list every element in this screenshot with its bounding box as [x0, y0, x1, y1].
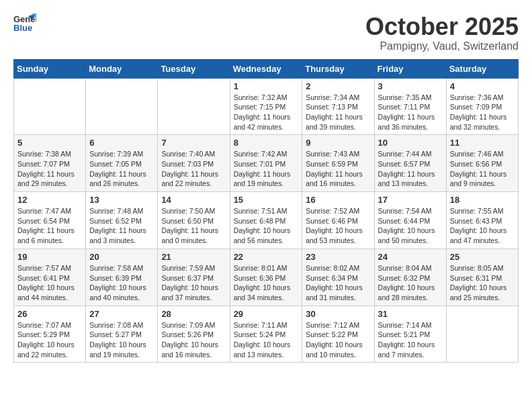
day-number: 23	[306, 252, 370, 262]
day-number: 15	[234, 195, 299, 205]
day-info: Sunrise: 7:46 AM Sunset: 6:56 PM Dayligh…	[450, 149, 515, 189]
day-number: 30	[306, 309, 370, 319]
day-info: Sunrise: 7:50 AM Sunset: 6:50 PM Dayligh…	[161, 206, 226, 246]
day-info: Sunrise: 7:59 AM Sunset: 6:37 PM Dayligh…	[161, 263, 226, 303]
calendar-cell: 11Sunrise: 7:46 AM Sunset: 6:56 PM Dayli…	[446, 135, 518, 192]
calendar-cell: 17Sunrise: 7:54 AM Sunset: 6:44 PM Dayli…	[374, 192, 446, 249]
calendar-cell: 26Sunrise: 7:07 AM Sunset: 5:29 PM Dayli…	[14, 306, 86, 363]
day-info: Sunrise: 7:54 AM Sunset: 6:44 PM Dayligh…	[378, 206, 443, 246]
day-number: 29	[234, 309, 299, 319]
week-row-3: 12Sunrise: 7:47 AM Sunset: 6:54 PM Dayli…	[14, 192, 519, 249]
day-info: Sunrise: 8:05 AM Sunset: 6:31 PM Dayligh…	[450, 263, 515, 303]
calendar-cell: 1Sunrise: 7:32 AM Sunset: 7:15 PM Daylig…	[230, 78, 302, 135]
calendar-cell: 4Sunrise: 7:36 AM Sunset: 7:09 PM Daylig…	[446, 78, 518, 135]
day-number: 8	[234, 138, 299, 148]
day-info: Sunrise: 7:42 AM Sunset: 7:01 PM Dayligh…	[234, 149, 299, 189]
day-number: 4	[450, 81, 515, 91]
calendar-cell: 20Sunrise: 7:58 AM Sunset: 6:39 PM Dayli…	[86, 248, 158, 306]
day-number: 21	[161, 252, 226, 262]
calendar-cell: 21Sunrise: 7:59 AM Sunset: 6:37 PM Dayli…	[158, 248, 230, 306]
calendar-cell: 29Sunrise: 7:11 AM Sunset: 5:24 PM Dayli…	[230, 306, 302, 363]
day-info: Sunrise: 7:38 AM Sunset: 7:07 PM Dayligh…	[17, 149, 82, 189]
day-info: Sunrise: 7:14 AM Sunset: 5:21 PM Dayligh…	[378, 320, 443, 360]
day-info: Sunrise: 7:57 AM Sunset: 6:41 PM Dayligh…	[17, 263, 82, 303]
calendar-cell: 27Sunrise: 7:08 AM Sunset: 5:27 PM Dayli…	[86, 306, 158, 363]
day-number: 12	[17, 195, 82, 205]
day-info: Sunrise: 7:55 AM Sunset: 6:43 PM Dayligh…	[450, 206, 515, 246]
calendar-cell: 28Sunrise: 7:09 AM Sunset: 5:26 PM Dayli…	[158, 306, 230, 363]
day-info: Sunrise: 7:40 AM Sunset: 7:03 PM Dayligh…	[161, 149, 226, 189]
weekday-header-row: SundayMondayTuesdayWednesdayThursdayFrid…	[14, 59, 519, 78]
weekday-header-sunday: Sunday	[14, 59, 86, 78]
day-number: 28	[161, 309, 226, 319]
day-info: Sunrise: 7:12 AM Sunset: 5:22 PM Dayligh…	[306, 320, 370, 360]
weekday-header-thursday: Thursday	[302, 59, 374, 78]
day-number: 14	[161, 195, 226, 205]
day-info: Sunrise: 7:07 AM Sunset: 5:29 PM Dayligh…	[17, 320, 82, 360]
calendar-cell: 3Sunrise: 7:35 AM Sunset: 7:11 PM Daylig…	[374, 78, 446, 135]
calendar-cell: 15Sunrise: 7:51 AM Sunset: 6:48 PM Dayli…	[230, 192, 302, 249]
day-number: 18	[450, 195, 515, 205]
calendar-cell: 19Sunrise: 7:57 AM Sunset: 6:41 PM Dayli…	[14, 248, 86, 306]
day-info: Sunrise: 7:36 AM Sunset: 7:09 PM Dayligh…	[450, 93, 515, 132]
day-info: Sunrise: 7:09 AM Sunset: 5:26 PM Dayligh…	[161, 320, 226, 360]
calendar-cell: 12Sunrise: 7:47 AM Sunset: 6:54 PM Dayli…	[14, 192, 86, 249]
calendar-cell: 31Sunrise: 7:14 AM Sunset: 5:21 PM Dayli…	[374, 306, 446, 363]
calendar-cell: 16Sunrise: 7:52 AM Sunset: 6:46 PM Dayli…	[302, 192, 374, 249]
day-info: Sunrise: 7:52 AM Sunset: 6:46 PM Dayligh…	[306, 206, 370, 246]
day-info: Sunrise: 7:43 AM Sunset: 6:59 PM Dayligh…	[306, 149, 370, 189]
day-info: Sunrise: 7:34 AM Sunset: 7:13 PM Dayligh…	[306, 93, 370, 132]
calendar-cell: 18Sunrise: 7:55 AM Sunset: 6:43 PM Dayli…	[446, 192, 518, 249]
calendar-cell: 2Sunrise: 7:34 AM Sunset: 7:13 PM Daylig…	[302, 78, 374, 135]
svg-text:Blue: Blue	[13, 23, 32, 32]
logo-icon: General Blue	[13, 13, 36, 32]
calendar-cell: 22Sunrise: 8:01 AM Sunset: 6:36 PM Dayli…	[230, 248, 302, 306]
week-row-4: 19Sunrise: 7:57 AM Sunset: 6:41 PM Dayli…	[14, 248, 519, 306]
day-number: 3	[378, 81, 443, 91]
day-info: Sunrise: 7:47 AM Sunset: 6:54 PM Dayligh…	[17, 206, 82, 246]
calendar-cell: 9Sunrise: 7:43 AM Sunset: 6:59 PM Daylig…	[302, 135, 374, 192]
week-row-5: 26Sunrise: 7:07 AM Sunset: 5:29 PM Dayli…	[14, 306, 519, 363]
month-title: October 2025	[365, 13, 519, 40]
day-info: Sunrise: 7:11 AM Sunset: 5:24 PM Dayligh…	[234, 320, 299, 360]
calendar-cell: 24Sunrise: 8:04 AM Sunset: 6:32 PM Dayli…	[374, 248, 446, 306]
day-number: 31	[378, 309, 443, 319]
day-info: Sunrise: 8:04 AM Sunset: 6:32 PM Dayligh…	[378, 263, 443, 303]
calendar-cell: 30Sunrise: 7:12 AM Sunset: 5:22 PM Dayli…	[302, 306, 374, 363]
day-info: Sunrise: 7:44 AM Sunset: 6:57 PM Dayligh…	[378, 149, 443, 189]
calendar-cell: 25Sunrise: 8:05 AM Sunset: 6:31 PM Dayli…	[446, 248, 518, 306]
day-number: 24	[378, 252, 443, 262]
weekday-header-tuesday: Tuesday	[158, 59, 230, 78]
day-number: 10	[378, 138, 443, 148]
weekday-header-wednesday: Wednesday	[230, 59, 302, 78]
day-number: 19	[17, 252, 82, 262]
calendar-table: SundayMondayTuesdayWednesdayThursdayFrid…	[13, 59, 519, 363]
day-number: 22	[234, 252, 299, 262]
week-row-2: 5Sunrise: 7:38 AM Sunset: 7:07 PM Daylig…	[14, 135, 519, 192]
day-number: 13	[89, 195, 154, 205]
day-info: Sunrise: 7:39 AM Sunset: 7:05 PM Dayligh…	[89, 149, 154, 189]
day-number: 11	[450, 138, 515, 148]
day-number: 20	[89, 252, 154, 262]
week-row-1: 1Sunrise: 7:32 AM Sunset: 7:15 PM Daylig…	[14, 78, 519, 135]
page-header: General Blue October 2025 Pampigny, Vaud…	[13, 13, 519, 52]
day-number: 5	[17, 138, 82, 148]
day-info: Sunrise: 8:01 AM Sunset: 6:36 PM Dayligh…	[234, 263, 299, 303]
calendar-cell: 6Sunrise: 7:39 AM Sunset: 7:05 PM Daylig…	[86, 135, 158, 192]
day-info: Sunrise: 7:51 AM Sunset: 6:48 PM Dayligh…	[234, 206, 299, 246]
calendar-cell	[14, 78, 86, 135]
calendar-cell	[446, 306, 518, 363]
calendar-cell: 13Sunrise: 7:48 AM Sunset: 6:52 PM Dayli…	[86, 192, 158, 249]
calendar-cell: 10Sunrise: 7:44 AM Sunset: 6:57 PM Dayli…	[374, 135, 446, 192]
calendar-cell: 8Sunrise: 7:42 AM Sunset: 7:01 PM Daylig…	[230, 135, 302, 192]
day-number: 1	[234, 81, 299, 91]
day-info: Sunrise: 7:32 AM Sunset: 7:15 PM Dayligh…	[234, 93, 299, 132]
calendar-cell: 23Sunrise: 8:02 AM Sunset: 6:34 PM Dayli…	[302, 248, 374, 306]
title-block: October 2025 Pampigny, Vaud, Switzerland	[365, 13, 519, 52]
day-number: 27	[89, 309, 154, 319]
day-number: 9	[306, 138, 370, 148]
weekday-header-friday: Friday	[374, 59, 446, 78]
day-number: 17	[378, 195, 443, 205]
day-number: 2	[306, 81, 370, 91]
weekday-header-monday: Monday	[86, 59, 158, 78]
